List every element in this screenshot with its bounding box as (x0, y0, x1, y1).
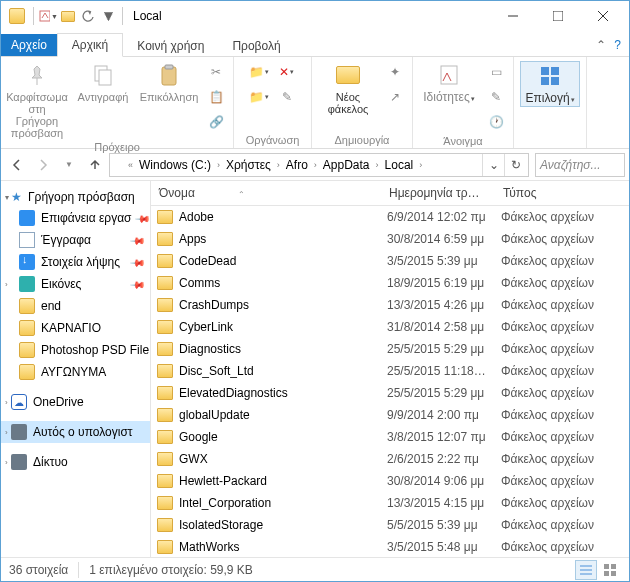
paste-shortcut-icon[interactable]: 🔗 (205, 111, 227, 133)
properties-button[interactable]: Ιδιότητες▾ (419, 61, 479, 105)
sidebar-item-onedrive[interactable]: ›☁OneDrive (1, 391, 150, 413)
minimize-button[interactable] (490, 2, 535, 31)
tab-share[interactable]: Κοινή χρήση (123, 35, 218, 57)
delete-icon[interactable]: ✕▾ (276, 61, 298, 83)
sidebar-item-karnagio[interactable]: ΚΑΡΝΑΓΙΟ (1, 317, 150, 339)
copy-path-icon[interactable]: ✂ (205, 61, 227, 83)
file-name: CodeDead (179, 254, 236, 268)
copy-link-icon[interactable]: 📋 (205, 86, 227, 108)
folder-icon (157, 254, 173, 268)
breadcrumb[interactable]: Afro (282, 158, 312, 172)
file-name: Disc_Soft_Ltd (179, 364, 254, 378)
qat-customize-icon[interactable]: ⯆ (98, 6, 118, 26)
copy-icon (89, 61, 117, 89)
file-type: Φάκελος αρχείων (495, 276, 629, 290)
sidebar-item-desktop[interactable]: Επιφάνεια εργασ📌 (1, 207, 150, 229)
qat-newfolder-icon[interactable] (58, 6, 78, 26)
open-icon[interactable]: ▭ (485, 61, 507, 83)
help-icon[interactable]: ? (614, 38, 621, 52)
table-row[interactable]: Hewlett-Packard30/8/2014 9:06 μμΦάκελος … (151, 470, 629, 492)
search-input[interactable]: Αναζήτησ... (535, 153, 625, 177)
tab-home[interactable]: Αρχική (57, 33, 123, 57)
tab-view[interactable]: Προβολή (218, 35, 294, 57)
column-name[interactable]: Όνομα ⌃ (151, 181, 381, 205)
table-row[interactable]: Google3/8/2015 12:07 πμΦάκελος αρχείων (151, 426, 629, 448)
easy-access-icon[interactable]: ↗ (384, 86, 406, 108)
svg-rect-11 (551, 67, 559, 75)
breadcrumb[interactable]: Windows (C:) (135, 158, 215, 172)
copy-to-icon[interactable]: 📁▾ (248, 86, 270, 108)
details-view-button[interactable] (575, 560, 597, 580)
chevron-left-icon[interactable]: « (126, 160, 135, 170)
table-row[interactable]: CodeDead3/5/2015 5:39 μμΦάκελος αρχείων (151, 250, 629, 272)
table-row[interactable]: Apps30/8/2014 6:59 μμΦάκελος αρχείων (151, 228, 629, 250)
edit-icon[interactable]: ✎ (485, 86, 507, 108)
collapse-ribbon-icon[interactable]: ⌃ (596, 38, 606, 52)
folder-icon (157, 342, 173, 356)
recent-button[interactable]: ▼ (57, 153, 81, 177)
table-row[interactable]: ElevatedDiagnostics25/5/2015 5:29 μμΦάκε… (151, 382, 629, 404)
qat-undo-icon[interactable] (78, 6, 98, 26)
table-row[interactable]: Adobe6/9/2014 12:02 πμΦάκελος αρχείων (151, 206, 629, 228)
paste-icon (155, 61, 183, 89)
file-rows[interactable]: Adobe6/9/2014 12:02 πμΦάκελος αρχείωνApp… (151, 206, 629, 557)
breadcrumb[interactable]: AppData (319, 158, 374, 172)
sidebar-item-quick-access[interactable]: ▾★Γρήγορη πρόσβαση (1, 187, 150, 207)
tab-file[interactable]: Αρχείο (1, 34, 57, 56)
table-row[interactable]: globalUpdate9/9/2014 2:00 πμΦάκελος αρχε… (151, 404, 629, 426)
address-dropdown-icon[interactable]: ⌄ (482, 154, 504, 176)
table-row[interactable]: Disc_Soft_Ltd25/5/2015 11:18 μμΦάκελος α… (151, 360, 629, 382)
sidebar-item-pictures[interactable]: ›Εικόνες📌 (1, 273, 150, 295)
breadcrumb[interactable]: Χρήστες (222, 158, 275, 172)
pin-button[interactable]: Καρφίτσωμα στη Γρήγορη πρόσβαση (7, 61, 67, 139)
move-to-icon[interactable]: 📁▾ (248, 61, 270, 83)
table-row[interactable]: Diagnostics25/5/2015 5:29 μμΦάκελος αρχε… (151, 338, 629, 360)
up-button[interactable] (83, 153, 107, 177)
file-name: MathWorks (179, 540, 239, 554)
table-row[interactable]: CrashDumps13/3/2015 4:26 μμΦάκελος αρχεί… (151, 294, 629, 316)
navigation-pane[interactable]: ▾★Γρήγορη πρόσβαση Επιφάνεια εργασ📌 Έγγρ… (1, 181, 151, 557)
rename-icon[interactable]: ✎ (276, 86, 298, 108)
icons-view-button[interactable] (599, 560, 621, 580)
history-icon[interactable]: 🕐 (485, 111, 507, 133)
maximize-button[interactable] (535, 2, 580, 31)
svg-rect-7 (162, 67, 176, 85)
forward-button[interactable] (31, 153, 55, 177)
sidebar-item-end[interactable]: end (1, 295, 150, 317)
paste-button[interactable]: Επικόλληση (139, 61, 199, 103)
new-item-icon[interactable]: ✦ (384, 61, 406, 83)
table-row[interactable]: Intel_Corporation13/3/2015 4:15 μμΦάκελο… (151, 492, 629, 514)
sidebar-item-downloads[interactable]: ↓Στοιχεία λήψης📌 (1, 251, 150, 273)
table-row[interactable]: CyberLink31/8/2014 2:58 μμΦάκελος αρχείω… (151, 316, 629, 338)
file-date: 18/9/2015 6:19 μμ (381, 276, 495, 290)
table-row[interactable]: IsolatedStorage5/5/2015 5:39 μμΦάκελος α… (151, 514, 629, 536)
back-button[interactable] (5, 153, 29, 177)
sidebar-item-documents[interactable]: Έγγραφα📌 (1, 229, 150, 251)
new-folder-button[interactable]: Νέος φάκελος (318, 61, 378, 115)
column-date[interactable]: Ημερομηνία τροπ... (381, 181, 495, 205)
close-button[interactable] (580, 2, 625, 31)
column-type[interactable]: Τύπος (495, 181, 629, 205)
svg-rect-20 (611, 571, 616, 576)
select-button[interactable]: Επιλογή▾ (520, 61, 580, 107)
file-type: Φάκελος αρχείων (495, 408, 629, 422)
title-bar: ▼ ⯆ Local (1, 1, 629, 31)
sidebar-item-psd[interactable]: Photoshop PSD File (1, 339, 150, 361)
file-type: Φάκελος αρχείων (495, 496, 629, 510)
file-name: Adobe (179, 210, 214, 224)
svg-rect-17 (604, 564, 609, 569)
refresh-icon[interactable]: ↻ (504, 154, 526, 176)
ribbon: Καρφίτσωμα στη Γρήγορη πρόσβαση Αντιγραφ… (1, 57, 629, 149)
sidebar-item-avgo[interactable]: ΑΥΓΩΝΥΜΑ (1, 361, 150, 383)
file-date: 30/8/2014 9:06 μμ (381, 474, 495, 488)
sidebar-item-this-pc[interactable]: ›Αυτός ο υπολογιστ (1, 421, 150, 443)
qat-properties-icon[interactable]: ▼ (38, 6, 58, 26)
sidebar-item-network[interactable]: ›Δίκτυο (1, 451, 150, 473)
address-bar[interactable]: « Windows (C:)› Χρήστες› Afro› AppData› … (109, 153, 529, 177)
table-row[interactable]: GWX2/6/2015 2:22 πμΦάκελος αρχείων (151, 448, 629, 470)
breadcrumb[interactable]: Local (381, 158, 418, 172)
table-row[interactable]: Comms18/9/2015 6:19 μμΦάκελος αρχείων (151, 272, 629, 294)
file-date: 25/5/2015 11:18 μμ (381, 364, 495, 378)
copy-button[interactable]: Αντιγραφή (73, 61, 133, 103)
table-row[interactable]: MathWorks3/5/2015 5:48 μμΦάκελος αρχείων (151, 536, 629, 557)
